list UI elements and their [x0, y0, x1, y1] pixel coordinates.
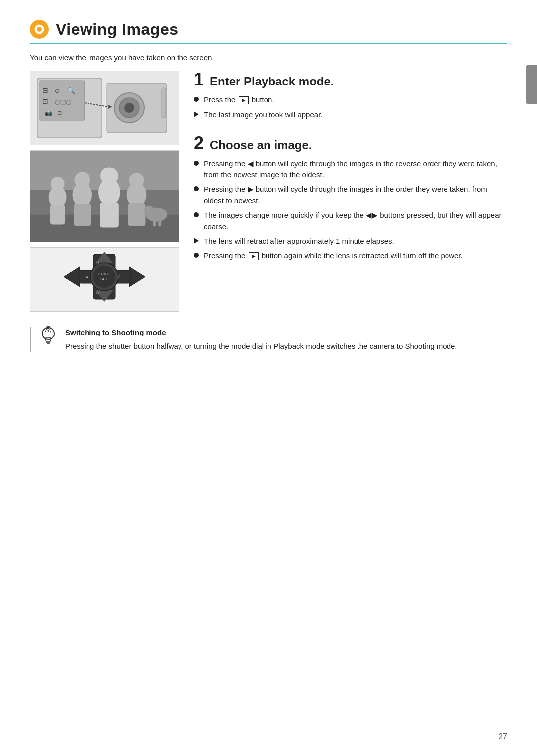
intro-text: You can view the images you have taken o… — [30, 53, 507, 62]
svg-text:▲: ▲ — [85, 274, 89, 279]
svg-line-58 — [50, 331, 51, 332]
step1-bullet-2: The last image you took will appear. — [194, 109, 507, 121]
bullet-circle-icon — [194, 212, 199, 217]
tip-text: Pressing the shutter button halfway, or … — [65, 340, 457, 352]
svg-point-28 — [100, 167, 118, 185]
step2-bullet-3-text: The images change more quickly if you ke… — [204, 210, 507, 232]
bullet-arrow-icon — [194, 238, 199, 244]
svg-rect-32 — [128, 203, 146, 226]
step2-bullets: Pressing the ◀ button will cycle through… — [194, 158, 507, 261]
svg-text:SET: SET — [100, 277, 108, 281]
edge-tab — [526, 65, 537, 104]
svg-point-14 — [124, 103, 134, 113]
svg-rect-23 — [50, 205, 65, 225]
page-number: 27 — [498, 732, 507, 741]
svg-point-60 — [47, 327, 49, 329]
svg-text:📷: 📷 — [45, 109, 52, 116]
step1-bullet-1-text: Press the ▶ button. — [204, 94, 274, 106]
step1-bullet-2-text: The last image you took will appear. — [204, 109, 322, 121]
bullet-circle-icon — [194, 161, 199, 166]
svg-text:⊡: ⊡ — [57, 110, 62, 116]
step1-header: 1 Enter Playback mode. — [194, 71, 507, 88]
right-content: 1 Enter Playback mode. Press the ▶ butto… — [194, 71, 507, 312]
bullet-circle-icon — [194, 253, 199, 258]
svg-point-31 — [129, 173, 144, 188]
page-header: Viewing Images — [30, 20, 507, 44]
svg-text:ζ: ζ — [118, 274, 120, 279]
page-title: Viewing Images — [56, 20, 179, 39]
step2-header: 2 Choose an image. — [194, 134, 507, 152]
svg-rect-35 — [153, 218, 156, 227]
step2-number: 2 — [194, 134, 204, 152]
step2-bullet-1-text: Pressing the ◀ button will cycle through… — [204, 158, 507, 180]
svg-text:⊙: ⊙ — [96, 291, 99, 295]
svg-marker-37 — [64, 267, 80, 287]
step2-bullet-1: Pressing the ◀ button will cycle through… — [194, 158, 507, 180]
tip-icon — [39, 326, 57, 343]
step2-bullet-2-text: Pressing the ▶ button will cycle through… — [204, 184, 507, 206]
bullet-circle-icon — [194, 186, 199, 191]
page: Viewing Images You can view the images y… — [0, 0, 537, 756]
step2-bullet-5: Pressing the ▶ button again while the le… — [194, 251, 507, 262]
svg-line-57 — [45, 331, 46, 332]
svg-point-34 — [144, 206, 154, 216]
step1-title: Enter Playback mode. — [210, 75, 334, 88]
svg-rect-36 — [158, 218, 161, 227]
step2-bullet-4-text: The lens will retract after approximatel… — [204, 236, 394, 247]
svg-text:⊡: ⊡ — [42, 97, 48, 105]
step1-bullet-1: Press the ▶ button. — [194, 94, 507, 106]
photo-image-middle — [30, 150, 179, 242]
tip-title: Switching to Shooting mode — [65, 327, 457, 338]
step2-section: 2 Choose an image. Pressing the ◀ button… — [194, 134, 507, 261]
svg-text:FUNC: FUNC — [98, 272, 109, 276]
svg-text:🔍: 🔍 — [67, 86, 76, 95]
svg-point-22 — [51, 177, 65, 191]
svg-rect-26 — [74, 204, 91, 226]
step2-bullet-2: Pressing the ▶ button will cycle through… — [194, 184, 507, 206]
svg-point-1 — [37, 27, 42, 32]
bullet-circle-icon — [194, 97, 199, 102]
camera-image-top: ⊟ ⊙ 🔍 ⊡ ◯◯◯ 📷 ⊡ — [30, 71, 179, 145]
main-layout: ⊟ ⊙ 🔍 ⊡ ◯◯◯ 📷 ⊡ — [30, 71, 507, 312]
svg-text:⊡: ⊡ — [96, 261, 99, 265]
bullet-arrow-icon — [194, 111, 199, 117]
svg-point-25 — [74, 172, 90, 188]
step1-section: 1 Enter Playback mode. Press the ▶ butto… — [194, 71, 507, 120]
svg-marker-39 — [129, 267, 145, 287]
tip-content: Switching to Shooting mode Pressing the … — [65, 327, 457, 352]
svg-rect-15 — [162, 88, 166, 118]
step1-number: 1 — [194, 71, 204, 88]
section-icon — [30, 20, 49, 39]
step2-title: Choose an image. — [210, 138, 312, 152]
step2-bullet-4: The lens will retract after approximatel… — [194, 236, 507, 247]
step2-bullet-5-text: Pressing the ▶ button again while the le… — [204, 251, 463, 262]
step2-bullet-3: The images change more quickly if you ke… — [194, 210, 507, 232]
svg-text:◯◯◯: ◯◯◯ — [55, 99, 71, 105]
playback-button-icon2: ▶ — [249, 252, 259, 260]
svg-rect-29 — [100, 203, 119, 228]
step1-bullets: Press the ▶ button. The last image you t… — [194, 94, 507, 120]
svg-text:⊙: ⊙ — [55, 87, 60, 94]
playback-button-icon: ▶ — [239, 96, 249, 104]
left-images: ⊟ ⊙ 🔍 ⊡ ◯◯◯ 📷 ⊡ — [30, 71, 179, 312]
tip-section: Switching to Shooting mode Pressing the … — [30, 327, 507, 352]
svg-text:⊟: ⊟ — [42, 86, 48, 94]
dpad-image-bottom: FUNC SET ▲ ⊡ ⊙ ζ — [30, 247, 179, 312]
